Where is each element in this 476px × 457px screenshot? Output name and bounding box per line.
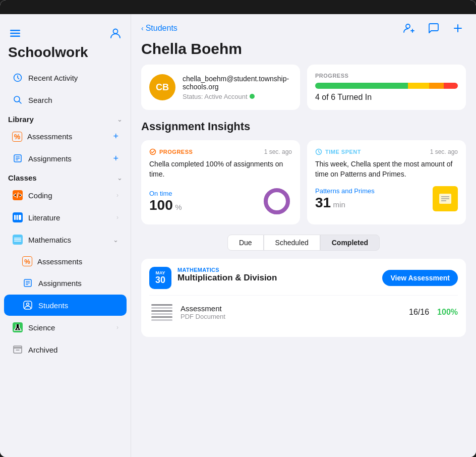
progress-red — [444, 83, 458, 89]
literature-chevron-icon: › — [116, 214, 118, 221]
library-section-header[interactable]: Library ⌄ — [0, 111, 131, 126]
sidebar-item-science[interactable]: Science › — [4, 317, 127, 338]
content-area: Schoolwork Recent Activity — [0, 14, 476, 457]
sidebar-item-students[interactable]: Students — [4, 295, 127, 316]
archive-icon — [12, 344, 23, 355]
progress-description: Chella completed 100% of assignments on … — [149, 159, 292, 179]
progress-time-ago: 1 sec. ago — [264, 148, 292, 155]
sidebar-item-search[interactable]: Search — [4, 89, 127, 110]
sidebar-item-math-assignments[interactable]: Assignments — [4, 272, 127, 294]
assessment-icon: % — [12, 132, 22, 142]
cards-row: CB chella_boehm@student.township-schools… — [141, 65, 466, 110]
time-badge-label: TIME SPENT — [315, 148, 361, 155]
library-assessments-label: Assessments — [27, 132, 108, 141]
classes-chevron-icon: ⌄ — [117, 174, 123, 182]
progress-card: PROGRESS 4 of 6 Turned In — [307, 65, 466, 110]
status-text: Status: Active Account — [183, 93, 248, 100]
sidebar-item-coding[interactable]: Coding › — [4, 185, 127, 206]
students-icon — [22, 300, 33, 311]
add-assignment-icon[interactable]: + — [113, 153, 118, 164]
main-content: ‹ Students — [131, 14, 476, 457]
add-student-button[interactable] — [401, 20, 418, 36]
thumb-line — [151, 304, 172, 306]
back-button[interactable]: ‹ Students — [141, 24, 177, 33]
assessment-item: Assessment PDF Document 16/16 100% — [149, 295, 458, 329]
sidebar-item-archived[interactable]: Archived — [4, 339, 127, 360]
svg-point-5 — [14, 96, 20, 102]
assignment-date-badge: MAY 30 — [149, 267, 171, 289]
sidebar-item-mathematics[interactable]: Mathematics ⌄ — [4, 229, 127, 250]
progress-metric-value: 100 — [149, 197, 173, 213]
progress-metric-info: On time 100 % — [149, 190, 182, 213]
svg-rect-0 — [10, 30, 20, 31]
assignment-info: MATHEMATICS Multiplication & Division — [171, 267, 382, 283]
math-assignments-icon — [22, 277, 33, 289]
assessment-title: Assessment — [181, 304, 403, 313]
progress-orange — [429, 83, 443, 89]
time-description: This week, Chella spent the most amount … — [315, 159, 458, 179]
view-assessment-button[interactable]: View Assessment — [382, 270, 458, 286]
progress-green — [315, 83, 408, 89]
svg-point-33 — [266, 190, 288, 212]
svg-point-26 — [17, 328, 19, 330]
sidebar-item-library-assignments[interactable]: Assignments + — [4, 148, 127, 169]
library-chevron-icon: ⌄ — [117, 116, 123, 123]
thumb-line — [151, 310, 172, 312]
assessment-thumbnail — [149, 300, 174, 325]
svg-point-3 — [113, 29, 118, 34]
person-icon[interactable] — [108, 26, 123, 40]
svg-rect-14 — [19, 215, 21, 220]
message-button[interactable] — [426, 20, 442, 36]
sidebar-item-math-assessments[interactable]: % Assessments — [4, 251, 127, 271]
thumb-line — [151, 316, 172, 318]
student-name: Chella Boehm — [141, 40, 466, 58]
sidebar-item-library-assessments[interactable]: % Assessments + — [4, 126, 127, 147]
sidebar-toggle-icon[interactable] — [8, 26, 22, 40]
progress-metric-label: On time — [149, 190, 182, 197]
time-time-ago: 1 sec. ago — [430, 148, 458, 155]
library-label: Library — [8, 115, 34, 124]
back-chevron-icon: ‹ — [141, 24, 144, 32]
tab-due[interactable]: Due — [227, 235, 264, 251]
archived-label: Archived — [28, 346, 118, 354]
mathematics-label: Mathematics — [28, 236, 108, 244]
tab-completed[interactable]: Completed — [320, 235, 380, 251]
app-title: Schoolwork — [0, 42, 131, 67]
time-metric-value: 31 — [315, 195, 331, 210]
status-dot — [250, 94, 255, 99]
svg-rect-13 — [17, 215, 18, 220]
sidebar-item-recent-activity[interactable]: Recent Activity — [4, 67, 127, 88]
svg-rect-28 — [14, 346, 22, 348]
time-badge-text: TIME SPENT — [325, 149, 361, 155]
student-contact-info: chella_boehm@student.township-schools.or… — [183, 75, 292, 100]
literature-label: Literature — [28, 213, 111, 222]
progress-badge-label: PROGRESS — [149, 148, 193, 155]
insights-row: PROGRESS 1 sec. ago Chella completed 100… — [141, 140, 466, 224]
app-window: Schoolwork Recent Activity — [0, 0, 476, 457]
time-subject-label: Patterns and Primes — [315, 187, 375, 195]
add-assessment-icon[interactable]: + — [113, 131, 118, 142]
assignment-card: MAY 30 MATHEMATICS Multiplication & Divi… — [141, 259, 466, 337]
science-label: Science — [28, 323, 111, 332]
assessment-name: Assessment PDF Document — [181, 304, 403, 320]
tab-scheduled[interactable]: Scheduled — [264, 235, 320, 251]
student-info-card: CB chella_boehm@student.township-schools… — [141, 65, 300, 110]
assignments-icon — [12, 153, 23, 164]
mathematics-icon — [12, 234, 23, 245]
assignment-class: MATHEMATICS — [177, 267, 382, 273]
coding-label: Coding — [28, 191, 111, 200]
add-button[interactable] — [450, 20, 466, 36]
assessment-percent: 100% — [437, 308, 458, 317]
search-label: Search — [28, 96, 118, 104]
time-metric-value-row: 31 min — [315, 195, 375, 211]
sidebar-item-literature[interactable]: Literature › — [4, 207, 127, 228]
math-assignments-label: Assignments — [38, 279, 118, 288]
header-actions — [401, 20, 466, 36]
time-metric-unit: min — [333, 200, 345, 209]
donut-chart — [262, 186, 292, 216]
sidebar-header — [0, 22, 131, 42]
math-assessments-label: Assessments — [37, 257, 118, 266]
classes-section-header[interactable]: Classes ⌄ — [0, 169, 131, 184]
back-label: Students — [146, 24, 177, 33]
top-bar — [0, 0, 476, 14]
